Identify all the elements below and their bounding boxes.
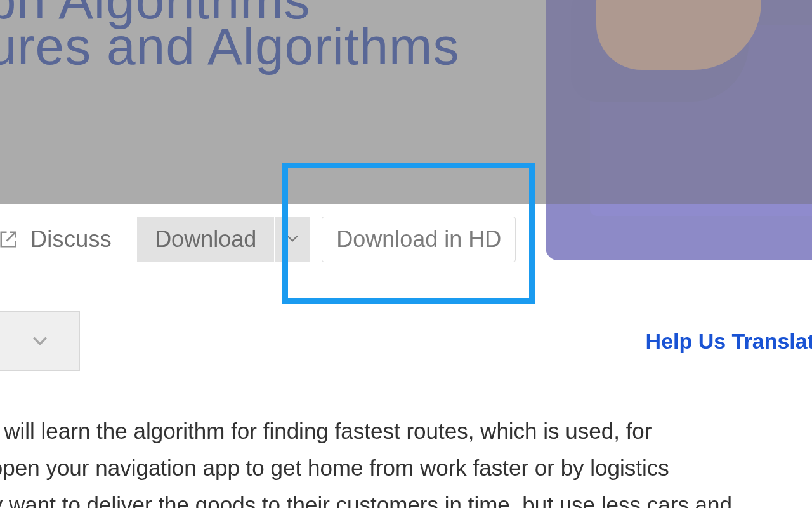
download-dropdown-toggle[interactable] [275, 217, 310, 262]
help-translate-link[interactable]: Help Us Translat [646, 329, 812, 354]
chevron-down-icon [29, 330, 51, 353]
download-hd-button[interactable]: Download in HD [322, 217, 516, 262]
video-toolbar: Discuss Download Download in HD [0, 204, 812, 274]
description-line-1: ure, you will learn the algorithm for fi… [0, 413, 812, 450]
external-link-icon[interactable] [0, 230, 18, 249]
lecture-description: ure, you will learn the algorithm for fi… [0, 413, 812, 508]
collapse-toggle[interactable] [0, 311, 80, 371]
description-line-3: hen they want to deliver the goods to th… [0, 486, 812, 508]
description-line-2: en you open your navigation app to get h… [0, 450, 812, 486]
hero-slide: Graph Algorithms ructures and Algorithms [0, 0, 812, 204]
discuss-link[interactable]: Discuss [30, 226, 112, 253]
secondary-row: Help Us Translat [0, 274, 812, 371]
slide-dim-overlay [0, 0, 812, 204]
download-split-button: Download [137, 217, 310, 262]
chevron-down-icon [284, 230, 301, 248]
download-button[interactable]: Download [137, 217, 274, 262]
